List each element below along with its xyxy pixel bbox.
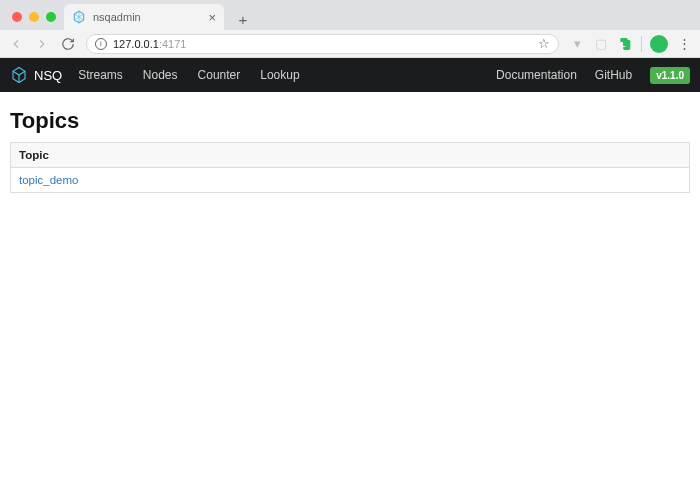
extension-icon[interactable]: ▢ — [593, 36, 609, 52]
url-host: 127.0.0.1 — [113, 38, 159, 50]
site-info-icon[interactable]: i — [95, 38, 107, 50]
tab-close-icon[interactable]: × — [208, 10, 216, 25]
topics-table: Topic topic_demo — [10, 142, 690, 193]
tab-title: nsqadmin — [93, 11, 208, 23]
table-header-topic: Topic — [11, 143, 690, 168]
evernote-icon[interactable] — [617, 36, 633, 52]
nav-right: Documentation GitHub v1.1.0 — [496, 67, 690, 84]
table-row: topic_demo — [11, 168, 690, 193]
nav-streams[interactable]: Streams — [78, 68, 123, 82]
nav-nodes[interactable]: Nodes — [143, 68, 178, 82]
bookmark-star-icon[interactable]: ☆ — [538, 36, 550, 51]
nav-counter[interactable]: Counter — [198, 68, 241, 82]
brand-label: NSQ — [34, 68, 62, 83]
profile-avatar-icon[interactable] — [650, 35, 668, 53]
app-navbar: NSQ Streams Nodes Counter Lookup Documen… — [0, 58, 700, 92]
version-badge: v1.1.0 — [650, 67, 690, 84]
brand[interactable]: NSQ — [10, 66, 62, 84]
browser-tab-strip: nsqadmin × + — [0, 0, 700, 30]
forward-button[interactable] — [34, 36, 50, 52]
browser-menu-icon[interactable]: ⋮ — [676, 36, 692, 52]
browser-tab[interactable]: nsqadmin × — [64, 4, 224, 30]
page-content: Topics Topic topic_demo — [0, 92, 700, 209]
reload-button[interactable] — [60, 36, 76, 52]
url-port: :4171 — [159, 38, 187, 50]
topic-link[interactable]: topic_demo — [19, 174, 78, 186]
nav-github[interactable]: GitHub — [595, 68, 632, 82]
nsq-logo-icon — [10, 66, 28, 84]
back-button[interactable] — [8, 36, 24, 52]
extension-area: ▾ ▢ ⋮ — [569, 35, 692, 53]
minimize-window-icon[interactable] — [29, 12, 39, 22]
separator — [641, 36, 642, 52]
nsq-favicon-icon — [72, 10, 86, 24]
extension-icon[interactable]: ▾ — [569, 36, 585, 52]
address-bar[interactable]: i 127.0.0.1:4171 ☆ — [86, 34, 559, 54]
browser-toolbar: i 127.0.0.1:4171 ☆ ▾ ▢ ⋮ — [0, 30, 700, 58]
nav-lookup[interactable]: Lookup — [260, 68, 299, 82]
maximize-window-icon[interactable] — [46, 12, 56, 22]
nav-documentation[interactable]: Documentation — [496, 68, 577, 82]
page-title: Topics — [10, 108, 690, 134]
window-controls — [8, 12, 64, 30]
new-tab-button[interactable]: + — [230, 8, 256, 30]
close-window-icon[interactable] — [12, 12, 22, 22]
